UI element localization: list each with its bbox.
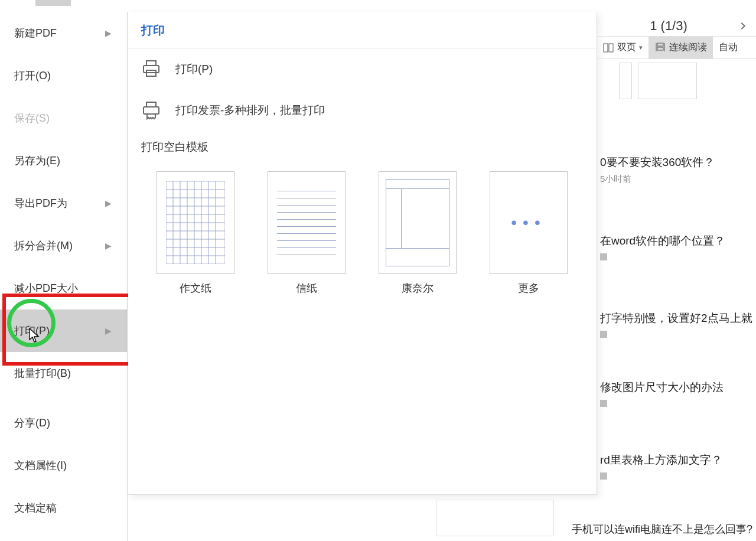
menu-open[interactable]: 打开(O)	[0, 54, 127, 97]
menu-label: 文档定稿	[14, 501, 57, 515]
template-composition[interactable]: 作文纸	[157, 171, 234, 295]
menu-label: 打开(O)	[14, 69, 51, 83]
menu-label: 打印(P)	[14, 324, 50, 338]
article-item[interactable]: 0要不要安装360软件？ 5小时前	[598, 148, 756, 205]
thumb	[638, 63, 697, 99]
menu-label: 导出PDF为	[14, 196, 67, 210]
menu-label: 拆分合并(M)	[14, 239, 73, 253]
article-list: 0要不要安装360软件？ 5小时前 在word软件的哪个位置？ 打字特别慢，设置…	[598, 148, 756, 501]
template-more[interactable]: ••• 更多	[490, 171, 568, 295]
menu-doc-properties[interactable]: 文档属性(I)	[0, 444, 127, 487]
more-icon: •••	[490, 171, 568, 274]
svg-rect-1	[144, 66, 159, 73]
svg-rect-25	[657, 47, 663, 50]
bottom-strip: 手机可以连wifi电脑连不上是怎么回事?	[408, 494, 756, 541]
continuous-reading-button[interactable]: 连续阅读	[649, 37, 713, 58]
menu-batch-print[interactable]: 批量打印(B)	[0, 352, 127, 395]
meta-icon	[600, 472, 607, 480]
template-label: 康奈尔	[402, 281, 434, 295]
page-indicator[interactable]: 1 (1/3)	[607, 18, 730, 34]
template-label: 信纸	[296, 281, 317, 295]
article-title: 在word软件的哪个位置？	[600, 233, 752, 249]
document-thumbnails	[619, 63, 697, 104]
menu-share[interactable]: 分享(D)	[0, 402, 127, 444]
print-option[interactable]: 打印(P)	[128, 48, 597, 90]
svg-rect-23	[609, 44, 613, 52]
menu-finalize[interactable]: 文档定稿	[0, 487, 127, 529]
svg-rect-0	[146, 61, 156, 66]
article-meta: 5小时前	[600, 174, 752, 185]
button-label: 自动	[719, 41, 738, 54]
file-menu: 新建PDF ▶ 打开(O) 保存(S) 另存为(E) 导出PDF为 ▶ 拆分合并…	[0, 12, 128, 541]
article-title: 0要不要安装360软件？	[600, 155, 752, 170]
svg-rect-22	[604, 44, 608, 52]
option-label: 打印(P)	[175, 61, 213, 77]
thumb	[619, 63, 632, 99]
continuous-icon	[654, 42, 666, 54]
chevron-right-icon: ▶	[105, 241, 112, 250]
auto-button[interactable]: 自动	[713, 37, 744, 58]
printer-icon	[141, 59, 161, 79]
button-label: 连续阅读	[669, 41, 707, 54]
meta-icon	[600, 400, 607, 407]
panel-title: 打印	[128, 12, 597, 48]
print-submenu-panel: 打印 打印(P) 打印发票-多种排列，批量打印 打印空白模板	[128, 12, 597, 495]
menu-split-merge[interactable]: 拆分合并(M) ▶	[0, 224, 127, 267]
menu-save-as[interactable]: 另存为(E)	[0, 139, 127, 182]
menu-new-pdf[interactable]: 新建PDF ▶	[0, 12, 127, 54]
menu-reduce-size[interactable]: 减小PDF大小	[0, 267, 127, 309]
article-title: 修改图片尺寸大小的办法	[600, 380, 752, 395]
meta-icon	[600, 253, 607, 260]
menu-label: 分享(D)	[14, 416, 50, 430]
menu-label: 减小PDF大小	[14, 281, 78, 295]
print-invoice-option[interactable]: 打印发票-多种排列，批量打印	[128, 90, 597, 131]
menu-label: 保存(S)	[14, 111, 50, 125]
menu-label: 新建PDF	[14, 26, 57, 40]
template-preview	[379, 171, 457, 274]
template-cornell[interactable]: 康奈尔	[379, 171, 457, 295]
svg-rect-4	[144, 107, 159, 114]
menu-print[interactable]: 打印(P) ▶	[0, 309, 127, 352]
chevron-right-icon: ▶	[105, 326, 112, 335]
article-item[interactable]: 打字特别慢，设置好2点马上就	[598, 282, 756, 360]
chevron-right-icon: ▶	[105, 198, 112, 208]
menu-label: 批量打印(B)	[14, 366, 71, 380]
article-item[interactable]: 在word软件的哪个位置？	[598, 205, 756, 282]
tab-fragment	[35, 0, 71, 6]
template-letter[interactable]: 信纸	[268, 171, 346, 295]
menu-label: 文档属性(I)	[14, 458, 67, 472]
printer-invoice-icon	[141, 100, 161, 120]
article-title: rd里表格上方添加文字？	[600, 452, 752, 468]
template-preview	[157, 171, 234, 274]
menu-label: 另存为(E)	[14, 154, 60, 168]
blank-templates-label: 打印空白模板	[128, 131, 597, 165]
article-item[interactable]: 修改图片尺寸大小的办法	[598, 360, 756, 429]
next-page-button[interactable]	[735, 18, 751, 34]
article-item[interactable]: rd里表格上方添加文字？	[598, 429, 756, 501]
caret-down-icon: ▾	[639, 44, 643, 51]
view-toolbar: 1 (1/3) 双页 ▾ 连续阅读 自动	[597, 12, 756, 59]
placeholder-box	[436, 500, 554, 536]
article-title: 打字特别慢，设置好2点马上就	[600, 311, 752, 326]
button-label: 双页	[617, 41, 636, 54]
menu-export-pdf-as[interactable]: 导出PDF为 ▶	[0, 182, 127, 224]
template-row: 作文纸 信纸 康奈尔 ••• 更多	[128, 165, 597, 301]
svg-rect-3	[146, 102, 156, 107]
two-page-view-button[interactable]: 双页 ▾	[597, 37, 649, 58]
menu-save: 保存(S)	[0, 97, 127, 139]
svg-rect-24	[657, 43, 663, 46]
template-label: 更多	[518, 281, 539, 295]
bottom-article-title[interactable]: 手机可以连wifi电脑连不上是怎么回事?	[572, 522, 752, 536]
template-preview	[268, 171, 346, 274]
meta-icon	[600, 331, 607, 338]
chevron-right-icon: ▶	[105, 28, 112, 38]
option-label: 打印发票-多种排列，批量打印	[175, 103, 325, 118]
two-page-icon	[602, 42, 614, 54]
template-label: 作文纸	[180, 281, 211, 295]
